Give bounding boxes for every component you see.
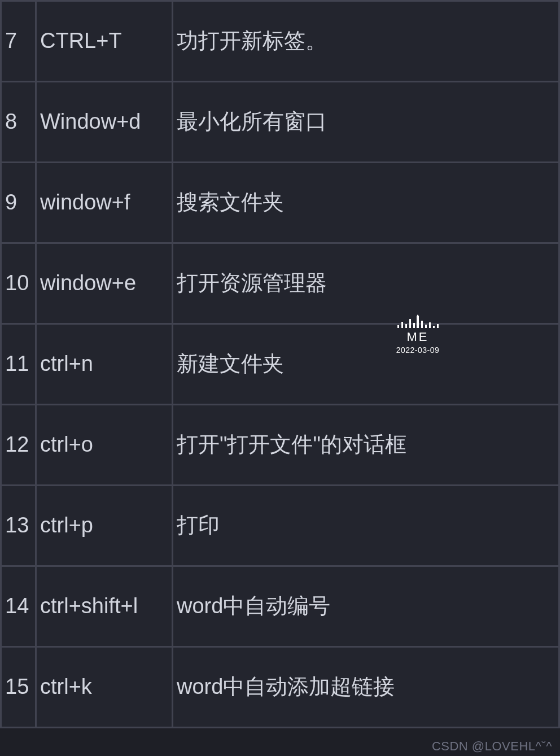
row-number: 12 [1,405,36,486]
row-description: 功打开新标签。 [173,1,559,82]
row-shortcut: ctrl+o [36,405,173,486]
row-description: 打开"打开文件"的对话框 [173,405,559,486]
row-number: 14 [1,566,36,647]
row-description: word中自动添加超链接 [173,647,559,728]
shortcut-table: 7 CTRL+T 功打开新标签。 8 Window+d 最小化所有窗口 9 wi… [0,0,560,728]
row-description: 最小化所有窗口 [173,82,559,163]
row-shortcut: window+e [36,243,173,324]
row-description: 新建文件夹 [173,324,559,405]
table-row: 14 ctrl+shift+l word中自动编号 [1,566,559,647]
table-row: 9 window+f 搜索文件夹 [1,163,559,243]
row-description: 打开资源管理器 [173,243,559,324]
table-row: 8 Window+d 最小化所有窗口 [1,82,559,163]
row-description: word中自动编号 [173,566,559,647]
table-row: 15 ctrl+k word中自动添加超链接 [1,647,559,728]
footer-credit: CSDN @LOVEHL^ˇ^ [432,739,552,754]
row-shortcut: window+f [36,163,173,243]
row-shortcut: ctrl+k [36,647,173,728]
row-shortcut: ctrl+n [36,324,173,405]
table-row: 7 CTRL+T 功打开新标签。 [1,1,559,82]
row-description: 搜索文件夹 [173,163,559,243]
row-number: 15 [1,647,36,728]
table-row: 10 window+e 打开资源管理器 [1,243,559,324]
table-row: 11 ctrl+n 新建文件夹 [1,324,559,405]
row-number: 13 [1,486,36,566]
row-number: 10 [1,243,36,324]
row-shortcut: ctrl+p [36,486,173,566]
row-shortcut: CTRL+T [36,1,173,82]
table-row: 13 ctrl+p 打印 [1,486,559,566]
row-number: 7 [1,1,36,82]
row-number: 9 [1,163,36,243]
row-number: 8 [1,82,36,163]
row-shortcut: Window+d [36,82,173,163]
row-shortcut: ctrl+shift+l [36,566,173,647]
row-number: 11 [1,324,36,405]
table-row: 12 ctrl+o 打开"打开文件"的对话框 [1,405,559,486]
row-description: 打印 [173,486,559,566]
